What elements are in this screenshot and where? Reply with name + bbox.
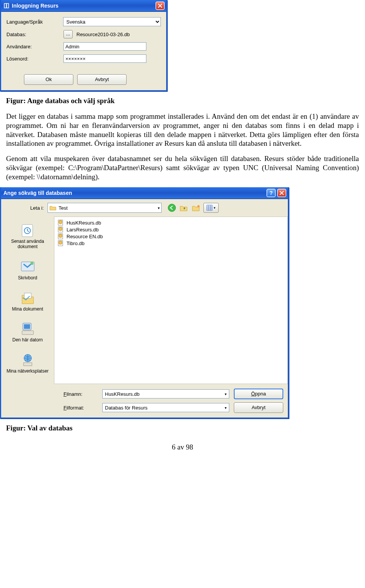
look-in-value: Test (59, 205, 156, 211)
svg-point-4 (197, 205, 200, 207)
svg-rect-2 (7, 4, 8, 8)
view-menu-button[interactable]: ▾ (203, 203, 219, 213)
place-label: Skrivbord (18, 276, 37, 281)
chevron-down-icon: ▾ (225, 406, 227, 410)
open-toolbar: Leta i: Test ▾ ▾ (1, 199, 288, 217)
cancel-button[interactable]: Avbryt (77, 74, 127, 85)
login-body: Language/Språk Svenska Databas: ... Reso… (1, 12, 166, 70)
language-select[interactable]: Svenska (63, 17, 161, 26)
app-icon (3, 3, 10, 9)
file-name: Resource EN.db (67, 234, 103, 239)
places-bar: Senast använda dokument Skrivbord Mina d… (1, 217, 54, 384)
open-dialog: Ange sökväg till databasen ? Leta i: Tes… (0, 187, 289, 419)
user-label: Användare: (6, 44, 63, 49)
filename-label: Filnamn: (63, 391, 98, 397)
place-recent[interactable]: Senast använda dokument (3, 219, 52, 255)
open-bottom-panel: Filnamn: HusKResurs.db ▾ Öppna Filformat… (1, 384, 288, 417)
place-label: Senast använda dokument (4, 239, 51, 250)
look-in-label: Leta i: (6, 205, 44, 211)
list-item[interactable]: HusKResurs.db (57, 219, 284, 226)
svg-rect-16 (24, 324, 30, 329)
user-input[interactable] (63, 42, 146, 51)
open-cancel-button[interactable]: Avbryt (234, 402, 283, 413)
close-button[interactable] (156, 2, 165, 10)
db-file-icon (57, 233, 64, 239)
new-folder-icon (192, 204, 200, 212)
svg-point-13 (30, 262, 33, 265)
my-computer-icon (20, 321, 36, 337)
open-title: Ange sökväg till databasen (3, 190, 265, 196)
login-titlebar[interactable]: Inloggning Resurs (1, 0, 166, 12)
file-name: HusKResurs.db (67, 220, 101, 226)
open-button[interactable]: Öppna (234, 389, 283, 399)
place-label: Mina nätverksplatser (6, 369, 49, 374)
back-icon (168, 204, 176, 212)
chevron-down-icon: ▾ (214, 206, 216, 210)
network-places-icon (20, 352, 36, 368)
help-button[interactable]: ? (267, 189, 276, 197)
open-titlebar[interactable]: Ange sökväg till databasen ? (1, 187, 288, 199)
open-close-button[interactable] (277, 189, 286, 197)
my-documents-icon (20, 290, 36, 306)
paragraph-2: Genom att vila muspekaren över databasna… (6, 154, 359, 181)
place-computer[interactable]: Den här datorn (3, 317, 52, 349)
place-label: Den här datorn (12, 338, 43, 343)
place-label: Mina dokument (12, 307, 43, 312)
look-in-combo[interactable]: Test ▾ (48, 203, 162, 213)
db-file-icon (57, 226, 64, 233)
close-icon (279, 191, 284, 195)
svg-rect-1 (5, 4, 6, 8)
login-dialog: Inloggning Resurs Language/Språk Svenska… (0, 0, 167, 91)
file-name: Tibro.db (67, 241, 84, 246)
folder-icon (49, 205, 56, 211)
chevron-down-icon: ▾ (225, 392, 227, 396)
file-name: LarsResurs.db (67, 227, 99, 233)
filetype-value: Databas för Resurs (105, 405, 148, 411)
filename-value: HusKResurs.db (105, 391, 140, 397)
password-input[interactable] (63, 54, 146, 63)
paragraph-1: Det ligger en databas i samma mapp som p… (6, 112, 359, 148)
desktop-icon (20, 259, 36, 275)
login-title: Inloggning Resurs (12, 3, 154, 9)
folder-up-icon (180, 204, 188, 212)
place-desktop[interactable]: Skrivbord (3, 255, 52, 287)
recent-documents-icon (20, 222, 36, 238)
browse-db-button[interactable]: ... (63, 30, 73, 38)
list-item[interactable]: Resource EN.db (57, 233, 284, 240)
filetype-label: Filformat: (63, 405, 98, 411)
up-one-level-button[interactable] (179, 203, 189, 213)
svg-rect-17 (22, 331, 33, 335)
filetype-combo[interactable]: Databas för Resurs ▾ (102, 403, 229, 412)
figure-caption-2: Figur: Val av databas (6, 424, 359, 432)
list-item[interactable]: Tibro.db (57, 240, 284, 247)
db-file-icon (57, 220, 64, 226)
place-network[interactable]: Mina nätverksplatser (3, 349, 52, 380)
database-label: Databas: (6, 32, 63, 37)
place-mydocs[interactable]: Mina dokument (3, 287, 52, 318)
list-item[interactable]: LarsResurs.db (57, 226, 284, 233)
chevron-down-icon: ▾ (158, 206, 160, 210)
ok-button[interactable]: Ok (24, 74, 73, 85)
svg-point-3 (168, 204, 176, 212)
password-label: Lösenord: (6, 56, 63, 62)
db-file-icon (57, 240, 64, 246)
database-value: Resource2010-03-26.db (76, 32, 130, 37)
close-icon (158, 3, 162, 8)
view-icon (206, 205, 213, 211)
svg-rect-5 (207, 205, 212, 210)
login-button-row: Ok Avbryt (1, 70, 166, 90)
help-icon: ? (270, 190, 273, 196)
filename-combo[interactable]: HusKResurs.db ▾ (102, 389, 229, 398)
figure-caption-1: Figur: Ange databas och välj språk (6, 97, 359, 105)
page-number: 6 av 98 (6, 443, 359, 451)
language-label: Language/Språk (6, 19, 63, 25)
new-folder-button[interactable] (191, 203, 201, 213)
back-button[interactable] (167, 203, 177, 213)
svg-rect-19 (24, 363, 32, 366)
file-list[interactable]: HusKResurs.db LarsResurs.db Resource EN.… (54, 217, 288, 384)
